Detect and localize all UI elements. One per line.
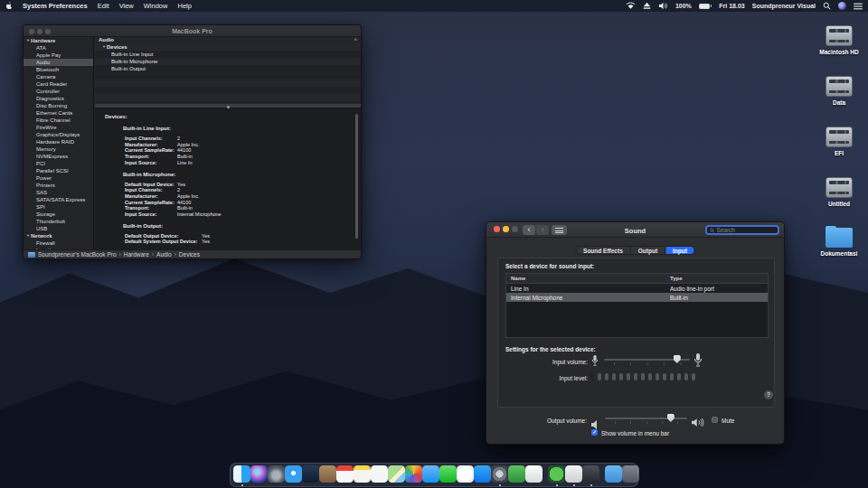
dock-maps-icon[interactable] (388, 464, 405, 486)
menu-edit[interactable]: Edit (98, 2, 109, 10)
desktop-icon-untitled[interactable]: Untitled (814, 177, 864, 207)
tree-group-devices[interactable]: ▼Devices (95, 43, 361, 51)
menu-help[interactable]: Help (177, 2, 191, 10)
sidebar-item-firewall[interactable]: Firewall (24, 239, 93, 247)
details-scrollbar[interactable] (355, 114, 358, 239)
table-row[interactable]: Line InAudio line-in port (506, 284, 768, 293)
dock-messages-icon[interactable] (422, 464, 439, 486)
sidebar-item-thunderbolt[interactable]: Thunderbolt (24, 218, 93, 225)
wifi-icon[interactable] (626, 2, 636, 10)
sidebar-item-hardware-raid[interactable]: Hardware RAID (24, 138, 93, 145)
slider-track[interactable] (605, 418, 687, 419)
battery-icon[interactable] (699, 4, 712, 9)
sidebar-item-usb[interactable]: USB (24, 225, 93, 232)
tree-item-built-in-output[interactable]: Built-in Output (95, 65, 361, 72)
sidebar-item-sas[interactable]: SAS (24, 189, 93, 196)
tree-item-built-in-microphone[interactable]: Built-in Microphone (95, 58, 361, 65)
sidebar-item-pci[interactable]: PCI (24, 160, 93, 167)
dock-money-icon[interactable] (508, 464, 525, 486)
table-row[interactable]: Internal MicrophoneBuilt-in (506, 293, 768, 302)
menu-view[interactable]: View (119, 2, 134, 10)
account-name[interactable]: Soundpreneur Visual (752, 3, 816, 9)
spotlight-search-icon[interactable] (823, 2, 831, 10)
sidebar-item-printers[interactable]: Printers (24, 182, 93, 189)
sidebar-item-apple-pay[interactable]: Apple Pay (24, 52, 93, 59)
sidebar-item-ata[interactable]: ATA (24, 44, 93, 52)
column-type[interactable]: Type (670, 276, 683, 281)
dock-launchpad-icon[interactable] (268, 464, 285, 486)
sidebar-item-bluetooth[interactable]: Bluetooth (24, 66, 93, 73)
apple-menu-icon[interactable] (5, 1, 13, 12)
dock-docedit-icon[interactable] (565, 464, 582, 486)
sidebar-item-sata-sata-express[interactable]: SATA/SATA Express (24, 196, 93, 203)
sidebar-item-disc-burning[interactable]: Disc Burning (24, 102, 93, 109)
notification-center-icon[interactable] (854, 3, 863, 10)
sidebar-item-memory[interactable]: Memory (24, 145, 93, 153)
dock-itunes-icon[interactable] (457, 464, 474, 486)
volume-icon[interactable] (658, 2, 668, 10)
sidebar-item-card-reader[interactable]: Card Reader (24, 80, 93, 88)
sidebar-item-camera[interactable]: Camera (24, 73, 93, 80)
breadcrumb-item[interactable]: Devices (179, 251, 200, 258)
siri-icon[interactable] (838, 2, 846, 10)
dock-folder-icon[interactable] (605, 464, 622, 486)
sysinfo-titlebar[interactable]: MacBook Pro (24, 25, 361, 37)
breadcrumb-item[interactable]: Audio (156, 251, 172, 258)
output-volume-slider[interactable] (605, 414, 687, 422)
sidebar-network-header[interactable]: ▼Network (24, 232, 93, 239)
desktop-icon-data[interactable]: Data (814, 76, 864, 106)
tab-output[interactable]: Output (631, 246, 665, 255)
sidebar-item-ethernet-cards[interactable]: Ethernet Cards (24, 109, 93, 117)
dock-notes-icon[interactable] (354, 464, 371, 486)
dock-bird-icon[interactable] (302, 464, 319, 486)
breadcrumb-item[interactable]: Soundpreneur's MacBook Pro (38, 251, 117, 258)
dock-sysprefs-icon[interactable] (491, 464, 508, 486)
column-name[interactable]: Name (511, 276, 525, 281)
desktop-icon-efi[interactable]: EFI (814, 127, 864, 156)
dock-safari-icon[interactable] (285, 464, 302, 486)
tree-item-built-in-line-input[interactable]: Built-in Line Input (95, 51, 361, 58)
dock-reminders-icon[interactable] (371, 464, 388, 486)
sidebar-item-firewire[interactable]: FireWire (24, 124, 93, 131)
sidebar-item-audio[interactable]: Audio (24, 59, 93, 66)
dock-globe-icon[interactable] (548, 464, 565, 486)
dock-appstore-icon[interactable] (474, 464, 491, 486)
dock-photos-icon[interactable] (405, 464, 422, 486)
dock-textedit-icon[interactable] (525, 464, 542, 486)
sidebar-item-fibre-channel[interactable]: Fibre Channel (24, 117, 93, 124)
dock-finder-icon[interactable] (233, 464, 250, 486)
search-input[interactable] (716, 227, 775, 233)
slider-thumb[interactable] (667, 414, 675, 422)
collapse-chevron-icon[interactable]: ^ (354, 37, 357, 43)
desktop-icon-macintosh-hd[interactable]: Macintosh HD (814, 25, 864, 55)
sound-titlebar[interactable]: ‹ › Sound (486, 222, 784, 238)
input-volume-slider[interactable] (604, 355, 690, 363)
eject-icon[interactable] (643, 2, 651, 10)
search-field[interactable] (705, 225, 779, 235)
help-button[interactable]: ? (764, 390, 773, 399)
sidebar-item-spi[interactable]: SPI (24, 203, 93, 211)
breadcrumb-item[interactable]: Hardware (124, 251, 149, 258)
sidebar-item-power[interactable]: Power (24, 174, 93, 182)
sidebar-item-diagnostics[interactable]: Diagnostics (24, 95, 93, 102)
menu-window[interactable]: Window (144, 2, 168, 10)
sidebar-item-controller[interactable]: Controller (24, 88, 93, 95)
sidebar-item-graphics-displays[interactable]: Graphics/Displays (24, 131, 93, 138)
dock-spray-icon[interactable] (582, 464, 599, 486)
show-volume-checkbox[interactable]: ✓ (591, 429, 598, 436)
dock-contacts-icon[interactable] (319, 464, 336, 486)
menu-clock[interactable]: Fri 18.03 (719, 3, 744, 9)
dock-calendar-icon[interactable] (336, 464, 354, 486)
menu-app-name[interactable]: System Preferences (23, 2, 88, 10)
dock-siri-icon[interactable] (250, 464, 268, 486)
sidebar-hardware-header[interactable]: ▼Hardware (24, 37, 93, 44)
dock-facetime-icon[interactable] (439, 464, 457, 486)
mute-checkbox[interactable] (712, 417, 718, 423)
tab-input[interactable]: Input (665, 246, 695, 255)
dock-trash-icon[interactable] (622, 464, 639, 486)
sidebar-item-storage[interactable]: Storage (24, 211, 93, 218)
sidebar-item-nvmexpress[interactable]: NVMExpress (24, 153, 93, 160)
desktop-icon-dokumentasi[interactable]: Dokumentasi (814, 228, 864, 257)
sidebar-item-parallel-scsi[interactable]: Parallel SCSI (24, 167, 93, 174)
tab-sound-effects[interactable]: Sound Effects (575, 246, 631, 255)
